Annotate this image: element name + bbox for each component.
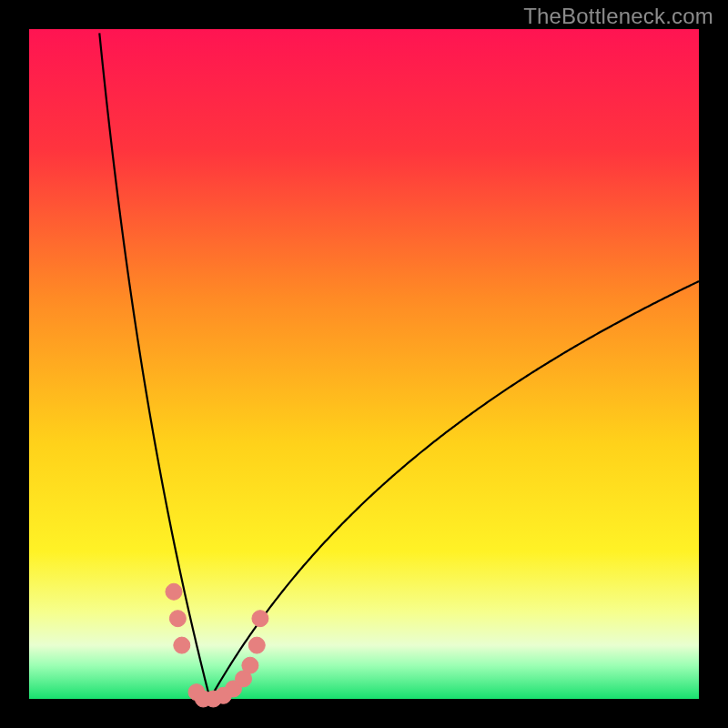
watermark-text: TheBottleneck.com bbox=[523, 4, 713, 29]
data-dot bbox=[169, 611, 186, 627]
chart-canvas bbox=[0, 0, 728, 728]
data-dot bbox=[252, 611, 268, 627]
data-dot bbox=[248, 637, 265, 653]
chart-frame: TheBottleneck.com bbox=[0, 0, 728, 728]
data-dot bbox=[174, 637, 190, 653]
plot-background bbox=[29, 29, 699, 699]
data-dot bbox=[166, 583, 182, 600]
data-dot bbox=[242, 657, 258, 673]
